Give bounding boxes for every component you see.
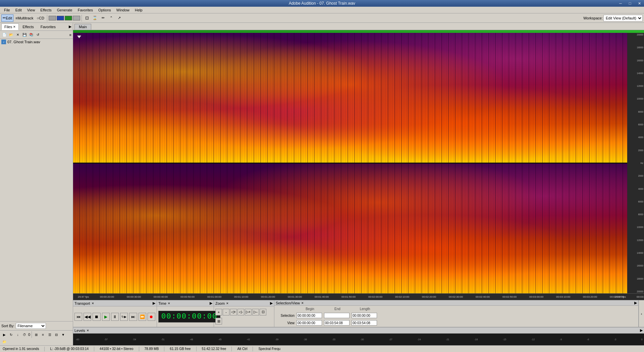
view-end-input[interactable] [324,320,350,326]
btn-play[interactable]: ▶ [102,313,110,321]
grid-btn[interactable]: ⊞ [33,332,39,338]
detail-btn[interactable]: ☰ [47,332,53,338]
play-btn[interactable]: ▶ [1,332,7,338]
menu-view[interactable]: View [24,7,38,13]
zoom-right-in[interactable]: ▷+ [245,309,252,315]
menu-edit[interactable]: Edit [13,7,24,13]
menu-file[interactable]: File [1,7,13,13]
tab-effects[interactable]: Effects [19,23,37,30]
selection-expand[interactable]: ▶ [634,301,637,305]
time-header: Time ✕ ▶ [157,300,214,306]
spec-texture-bottom [73,164,627,293]
tab-files-close[interactable]: ✕ [13,25,16,28]
panel-save-btn[interactable]: 💾 [21,32,28,38]
status-sep-4 [164,347,164,351]
zoom-right-out[interactable]: ▷- [252,309,259,315]
mode-edit-button[interactable]: ✏ Edit [1,14,13,22]
brush-tool[interactable]: ⌃ [107,14,115,22]
time-select-tool[interactable]: ⌛ [91,14,99,22]
loop-play-btn[interactable]: ↻ [8,332,14,338]
zoom-expand[interactable]: ▶ [270,301,273,305]
btn-go-start[interactable]: ⏮ [74,313,82,321]
time-ruler: 29.97 fps 00:00:20:00 00:00:30:00 00:00:… [73,293,644,300]
panel-arrow[interactable]: ▶ [69,24,71,29]
sort-by-row: Sort By: Filename [0,321,73,330]
tab-files[interactable]: Files ✕ [1,23,19,30]
levels-close[interactable]: ✕ [87,329,89,332]
minimize-button[interactable]: ─ [616,0,625,7]
arrow-tool[interactable]: ↗ [115,14,123,22]
btn-pause[interactable]: ⏸ [111,313,119,321]
time-close[interactable]: ✕ [168,302,170,305]
view-row-label: View [276,321,296,325]
sel-length-input[interactable] [352,313,377,318]
insert-btn[interactable]: ↓ [15,332,21,338]
sel-begin-input[interactable] [297,313,322,318]
panel-new-btn[interactable]: 📄 [1,32,7,38]
pencil-tool[interactable]: ✏ [99,14,107,22]
transport-expand[interactable]: ▶ [153,301,155,305]
panel-open-btn[interactable]: 📂 [8,32,14,38]
menu-effects[interactable]: Effects [38,7,54,13]
zoom-out-h[interactable]: - [223,309,229,315]
color-btn-4[interactable] [73,16,80,20]
btn-stop[interactable]: ⏹ [93,313,100,321]
view-length-input[interactable] [352,320,377,326]
btn-fast-forward[interactable]: ⏩ [139,313,146,321]
sel-end-input[interactable] [324,313,350,318]
panels-collapse-btn[interactable]: ‹ [639,300,644,327]
menu-generate[interactable]: Generate [54,7,75,13]
props-btn[interactable]: ▼ [60,332,66,338]
thumb-btn[interactable]: ⊟ [53,332,59,338]
maximize-button[interactable]: □ [625,0,635,7]
color-btn-1[interactable] [49,16,56,20]
transport-close[interactable]: ✕ [92,302,94,305]
panel-options[interactable]: ≡ [69,33,71,37]
zoom-left-out[interactable]: ◁- [237,309,244,315]
sel-row-label: Selection [276,314,296,317]
zoom-fit[interactable]: ⊡ [260,309,266,315]
time-expand[interactable]: ▶ [210,301,212,305]
status-sep-3 [139,347,139,351]
panel-save-all-btn[interactable]: 📚 [28,32,34,38]
panel-loop-btn[interactable]: ↺ [35,32,41,38]
levels-expand[interactable]: ▶ [640,328,643,333]
list-btn[interactable]: ≡ [40,332,46,338]
zoom-left-in[interactable]: ◁+ [230,309,237,315]
selection-panel: Selection/View ✕ ▶ Begin End Length Sele… [274,300,639,327]
selection-tool[interactable]: ⊡ [83,14,91,22]
btn-record[interactable]: ⏺ [148,313,155,321]
menu-window[interactable]: Window [114,7,132,13]
spectrogram-wrapper[interactable]: 20000 18000 16000 14000 12000 10000 8000… [73,33,644,293]
zoom-in-h[interactable]: + [215,309,222,315]
panel-close-btn[interactable]: ✕ [15,32,21,38]
selection-close[interactable]: ✕ [301,301,304,305]
color-btn-2[interactable] [57,16,64,20]
spectrogram-top [73,33,627,163]
zoom-full[interactable]: ⊞ [215,318,222,325]
menu-help[interactable]: Help [132,7,145,13]
levels-label: Levels [74,329,85,333]
btn-go-end[interactable]: ⏭ [129,313,137,321]
zoom-close[interactable]: ✕ [226,302,229,305]
folder-btn[interactable]: 📁 [1,339,7,345]
mode-cd-button[interactable]: ○ CD [35,14,46,22]
mode-multitrack-button[interactable]: ≡ Multitrack [14,14,35,22]
menu-favorites[interactable]: Favorites [75,7,96,13]
menu-options[interactable]: Options [96,7,114,13]
file-item[interactable]: ♪ 07. Ghost Train.wav [0,39,73,45]
close-button[interactable]: ✕ [635,0,644,7]
toolbar: ✏ Edit ≡ Multitrack ○ CD ⊡ ⌛ ✏ ⌃ ↗ Works… [0,13,644,23]
view-begin-input[interactable] [297,320,322,326]
sort-select[interactable]: Filename [16,323,46,329]
btn-play-looped[interactable]: ↻▶ [120,313,128,321]
spectrogram-bottom [73,164,627,293]
autoplay-btn[interactable]: ⏱ [21,332,28,338]
view-tab-main[interactable]: Main [74,24,91,30]
zoom-controls: + - ◁+ ◁- ▷+ ▷- ⊡ ⊞ [214,306,274,327]
selection-col-headers: Begin End Length [276,307,378,311]
btn-rewind[interactable]: ◀◀ [84,313,91,321]
tab-favorites[interactable]: Favorites [38,23,59,30]
color-btn-3[interactable] [65,16,72,20]
workspace-select[interactable]: Edit View (Default) [603,15,643,21]
